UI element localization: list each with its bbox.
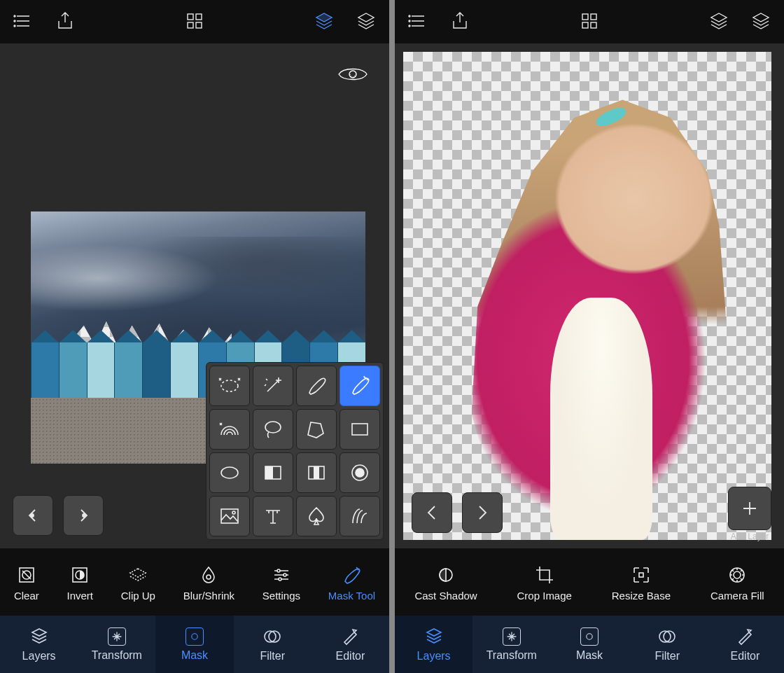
- tab-mask[interactable]: Mask: [550, 616, 628, 673]
- visibility-icon[interactable]: [337, 64, 368, 87]
- rectangle-icon[interactable]: [340, 409, 380, 450]
- next-button[interactable]: [462, 492, 503, 533]
- tab-filter[interactable]: Filter: [629, 616, 706, 673]
- mirror-gradient-icon[interactable]: [296, 452, 337, 493]
- top-toolbar: [395, 0, 784, 43]
- tab-transform[interactable]: Transform: [78, 616, 155, 673]
- svg-rect-15: [265, 466, 273, 479]
- svg-rect-39: [582, 22, 588, 28]
- svg-rect-38: [591, 14, 596, 20]
- undo-redo: [13, 495, 104, 536]
- resize-base-button[interactable]: Resize Base: [612, 564, 671, 602]
- tab-filter[interactable]: Filter: [234, 616, 312, 673]
- svg-point-13: [221, 467, 238, 478]
- clear-button[interactable]: Clear: [14, 564, 39, 602]
- svg-rect-12: [352, 424, 368, 435]
- svg-rect-42: [639, 573, 643, 577]
- redo-button[interactable]: [63, 495, 104, 536]
- svg-point-28: [277, 569, 280, 572]
- svg-rect-17: [314, 466, 319, 479]
- add-layer[interactable]: Add Layer: [728, 487, 771, 541]
- landscape-icon[interactable]: [209, 496, 250, 536]
- svg-point-29: [284, 574, 286, 576]
- top-toolbar: [0, 0, 389, 43]
- grid-icon[interactable]: [184, 11, 205, 34]
- svg-point-9: [83, 514, 85, 517]
- brush-icon[interactable]: [296, 366, 337, 406]
- layers-toolbar: Cast Shadow Crop Image Resize Base Camer…: [395, 548, 784, 616]
- polygon-icon[interactable]: [296, 409, 337, 450]
- layers-icon[interactable]: [356, 11, 377, 34]
- svg-point-1: [14, 20, 15, 22]
- canvas-area[interactable]: [0, 43, 389, 548]
- gradient-arc-icon[interactable]: [209, 409, 250, 450]
- tab-editor[interactable]: Editor: [706, 616, 784, 673]
- linear-gradient-icon[interactable]: [253, 452, 293, 493]
- image-preview: [403, 52, 771, 540]
- layers-stack-icon[interactable]: [708, 11, 729, 34]
- auto-lasso-icon[interactable]: [209, 366, 250, 406]
- blur-shrink-button[interactable]: Blur/Shrink: [183, 564, 234, 602]
- cast-shadow-button[interactable]: Cast Shadow: [414, 564, 477, 602]
- tab-layers[interactable]: Layers: [395, 616, 472, 673]
- mask-toolbar: Clear Invert Clip Up Blur/Shrink Setting…: [0, 548, 389, 616]
- bottom-tabs: Layers Transform Mask Filter Editor: [0, 616, 389, 673]
- share-icon[interactable]: [55, 11, 76, 34]
- clip-up-button[interactable]: Clip Up: [121, 564, 155, 602]
- tab-transform[interactable]: Transform: [472, 616, 550, 673]
- svg-point-0: [14, 15, 15, 17]
- svg-point-8: [31, 514, 34, 517]
- grid-icon[interactable]: [579, 11, 600, 34]
- layers-icon[interactable]: [750, 11, 771, 34]
- prev-next: [412, 492, 503, 533]
- svg-rect-37: [582, 14, 588, 20]
- active-layers-icon[interactable]: [314, 11, 335, 34]
- camera-fill-button[interactable]: Camera Fill: [710, 564, 764, 602]
- tab-editor[interactable]: Editor: [312, 616, 389, 673]
- list-icon[interactable]: [407, 11, 428, 34]
- svg-point-35: [409, 20, 410, 22]
- list-icon[interactable]: [13, 11, 34, 34]
- ellipse-icon[interactable]: [209, 452, 250, 493]
- svg-point-34: [409, 15, 410, 17]
- tab-mask[interactable]: Mask: [155, 616, 233, 673]
- svg-rect-3: [188, 14, 193, 20]
- prev-button[interactable]: [412, 492, 452, 533]
- magic-wand-icon[interactable]: [253, 366, 293, 406]
- svg-rect-6: [196, 22, 202, 28]
- lasso-icon[interactable]: [253, 409, 293, 450]
- mask-tool-button[interactable]: Mask Tool: [328, 564, 375, 602]
- svg-point-30: [279, 578, 281, 581]
- bottom-tabs: Layers Transform Mask Filter Editor: [395, 616, 784, 673]
- left-screen: Clear Invert Clip Up Blur/Shrink Setting…: [0, 0, 389, 673]
- settings-button[interactable]: Settings: [262, 564, 300, 602]
- svg-point-10: [221, 380, 238, 391]
- undo-button[interactable]: [13, 495, 53, 536]
- crop-image-button[interactable]: Crop Image: [517, 564, 572, 602]
- mask-tool-grid: [206, 362, 384, 540]
- svg-rect-40: [591, 22, 596, 28]
- svg-point-27: [206, 575, 211, 579]
- svg-rect-21: [221, 509, 238, 523]
- svg-rect-4: [196, 14, 202, 20]
- radial-gradient-icon[interactable]: [340, 452, 380, 493]
- add-layer-button[interactable]: [728, 487, 771, 530]
- svg-point-2: [14, 25, 15, 27]
- svg-rect-5: [188, 22, 193, 28]
- share-icon[interactable]: [449, 11, 470, 34]
- svg-point-45: [587, 633, 592, 639]
- svg-point-36: [409, 25, 410, 27]
- magic-brush-icon[interactable]: [340, 366, 380, 406]
- spade-icon[interactable]: [296, 496, 337, 536]
- svg-point-44: [734, 571, 741, 578]
- right-screen: Add Layer Cast Shadow Crop Image Resize …: [395, 0, 784, 673]
- canvas-area[interactable]: Add Layer: [395, 43, 784, 548]
- svg-point-31: [192, 633, 197, 639]
- invert-button[interactable]: Invert: [67, 564, 94, 602]
- svg-point-11: [265, 422, 281, 433]
- svg-point-22: [232, 511, 235, 514]
- text-icon[interactable]: [253, 496, 293, 536]
- tab-layers[interactable]: Layers: [0, 616, 78, 673]
- hair-icon[interactable]: [340, 496, 380, 536]
- add-layer-label: Add Layer: [731, 532, 769, 541]
